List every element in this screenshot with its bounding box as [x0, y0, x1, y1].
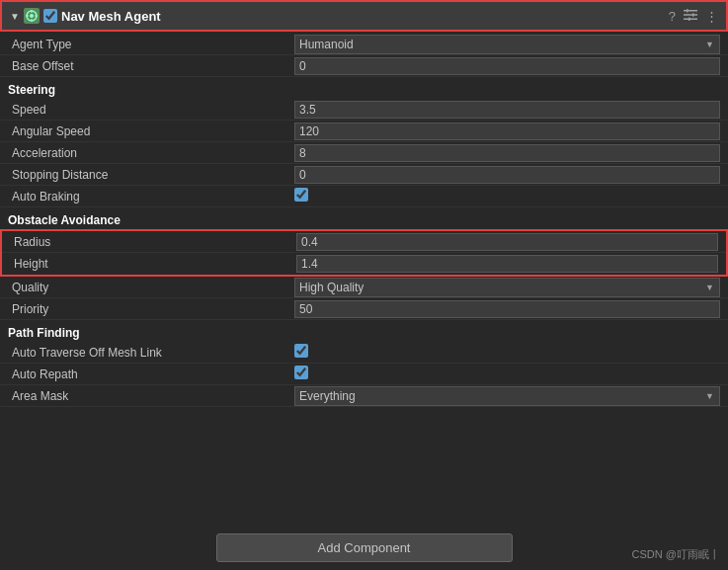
- svg-rect-11: [688, 17, 690, 21]
- more-options-icon[interactable]: ⋮: [705, 9, 718, 24]
- base-offset-row: Base Offset: [0, 55, 728, 77]
- quality-select[interactable]: High Quality Medium Quality Low Quality …: [294, 278, 720, 297]
- obstacle-avoidance-section-header: Obstacle Avoidance: [0, 207, 728, 229]
- angular-speed-row: Angular Speed: [0, 121, 728, 142]
- component-panel: ▼ Nav Mesh Agent ?: [0, 0, 728, 570]
- quality-select-wrapper: High Quality Medium Quality Low Quality …: [294, 278, 720, 297]
- speed-row: Speed: [0, 99, 728, 121]
- priority-label: Priority: [8, 302, 294, 316]
- svg-rect-6: [684, 10, 697, 12]
- acceleration-label: Acceleration: [8, 146, 294, 160]
- auto-repath-value-wrapper: [294, 366, 720, 382]
- stopping-distance-input[interactable]: [294, 166, 720, 184]
- speed-label: Speed: [8, 103, 294, 117]
- svg-point-1: [30, 14, 34, 18]
- quality-row: Quality High Quality Medium Quality Low …: [0, 277, 728, 298]
- component-enabled-checkbox[interactable]: [43, 9, 57, 23]
- quality-label: Quality: [8, 281, 294, 294]
- footer: Add Component: [0, 526, 728, 570]
- watermark: CSDN @叮雨眠丨: [632, 547, 720, 562]
- stopping-distance-label: Stopping Distance: [8, 168, 294, 182]
- component-header: ▼ Nav Mesh Agent ?: [0, 0, 728, 32]
- base-offset-value-wrapper: [294, 57, 720, 75]
- area-mask-select-wrapper: Everything: [294, 386, 720, 406]
- auto-braking-label: Auto Braking: [8, 190, 294, 204]
- auto-repath-label: Auto Repath: [8, 367, 294, 381]
- agent-type-row: Agent Type Humanoid: [0, 34, 728, 55]
- height-label: Height: [10, 257, 296, 271]
- auto-traverse-label: Auto Traverse Off Mesh Link: [8, 346, 294, 360]
- base-offset-label: Base Offset: [8, 59, 294, 73]
- priority-value-wrapper: [294, 300, 720, 318]
- auto-repath-row: Auto Repath: [0, 364, 728, 385]
- steering-section-header: Steering: [0, 77, 728, 99]
- auto-braking-row: Auto Braking: [0, 186, 728, 207]
- base-offset-input[interactable]: [294, 57, 720, 75]
- auto-traverse-checkbox[interactable]: [294, 344, 308, 358]
- radius-label: Radius: [10, 235, 296, 249]
- priority-row: Priority: [0, 298, 728, 320]
- area-mask-row: Area Mask Everything: [0, 385, 728, 407]
- angular-speed-input[interactable]: [294, 122, 720, 140]
- radius-row: Radius: [2, 231, 726, 253]
- auto-braking-value-wrapper: [294, 188, 720, 204]
- svg-rect-9: [687, 9, 688, 13]
- path-finding-section-header: Path Finding: [0, 320, 728, 342]
- height-value-wrapper: [296, 255, 718, 273]
- header-left: ▼ Nav Mesh Agent: [10, 8, 663, 24]
- svg-rect-7: [684, 14, 697, 16]
- component-title: Nav Mesh Agent: [61, 9, 161, 24]
- acceleration-value-wrapper: [294, 144, 720, 162]
- radius-input[interactable]: [296, 233, 718, 251]
- acceleration-input[interactable]: [294, 144, 720, 162]
- height-input[interactable]: [296, 255, 718, 273]
- angular-speed-label: Angular Speed: [8, 124, 294, 138]
- height-row: Height: [2, 253, 726, 275]
- acceleration-row: Acceleration: [0, 142, 728, 164]
- angular-speed-value-wrapper: [294, 122, 720, 140]
- agent-type-select[interactable]: Humanoid: [294, 35, 720, 54]
- speed-input[interactable]: [294, 101, 720, 119]
- svg-rect-10: [692, 13, 694, 17]
- header-icons: ? ⋮: [669, 8, 718, 25]
- area-mask-label: Area Mask: [8, 389, 294, 403]
- svg-rect-8: [684, 18, 697, 20]
- area-mask-select[interactable]: Everything: [294, 386, 720, 406]
- priority-input[interactable]: [294, 300, 720, 318]
- agent-type-select-wrapper: Humanoid: [294, 35, 720, 54]
- highlighted-rows-group: Radius Height: [0, 229, 728, 277]
- radius-value-wrapper: [296, 233, 718, 251]
- speed-value-wrapper: [294, 101, 720, 119]
- auto-traverse-value-wrapper: [294, 344, 720, 361]
- auto-repath-checkbox[interactable]: [294, 366, 308, 379]
- auto-traverse-row: Auto Traverse Off Mesh Link: [0, 342, 728, 364]
- agent-type-label: Agent Type: [8, 38, 294, 51]
- content-area: Agent Type Humanoid Base Offset Steering…: [0, 32, 728, 526]
- component-icon: [24, 8, 40, 24]
- settings-icon[interactable]: [684, 8, 697, 25]
- help-icon[interactable]: ?: [669, 9, 676, 24]
- collapse-icon[interactable]: ▼: [10, 11, 20, 21]
- auto-braking-checkbox[interactable]: [294, 188, 308, 202]
- add-component-button[interactable]: Add Component: [216, 533, 513, 562]
- stopping-distance-row: Stopping Distance: [0, 164, 728, 186]
- stopping-distance-value-wrapper: [294, 166, 720, 184]
